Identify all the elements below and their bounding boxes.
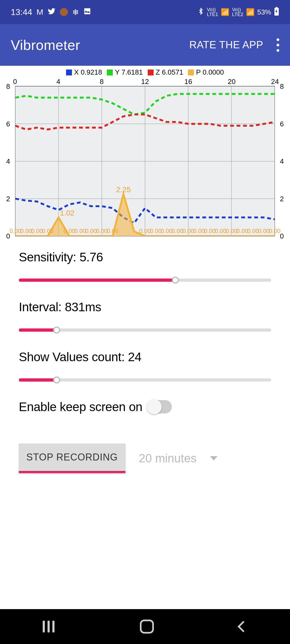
chart-plot-area[interactable]: 0022446688 2.251.020.000.000.000.000.000… <box>15 86 275 236</box>
legend-item-p: P 0.0000 <box>188 68 224 76</box>
recording-duration-dropdown[interactable]: 20 minutes <box>139 452 218 465</box>
battery-icon <box>274 7 279 17</box>
settings-panel: Sensitivity: 5.76 Interval: 831ms Show V… <box>0 236 290 473</box>
nav-back-button[interactable] <box>238 621 249 632</box>
nav-home-button[interactable] <box>140 620 154 634</box>
stop-recording-button[interactable]: STOP RECORDING <box>19 444 125 473</box>
sensitivity-slider[interactable] <box>19 276 271 284</box>
app-bar: Vibrometer RATE THE APP <box>0 24 290 66</box>
clock-text: 13:44 <box>11 7 32 17</box>
image-icon <box>83 7 91 17</box>
chart-x-ticks: 04812162024 <box>15 76 275 86</box>
keepscreen-toggle[interactable] <box>148 400 172 414</box>
battery-text: 53% <box>257 8 271 16</box>
app-title: Vibrometer <box>11 37 80 53</box>
recording-duration-value: 20 minutes <box>139 452 197 465</box>
svg-rect-2 <box>276 7 277 8</box>
bluetooth-icon <box>197 7 204 17</box>
sim1-signal: Vo))LTE1 <box>207 7 218 17</box>
snow-icon: ❄ <box>72 8 79 17</box>
interval-label: Interval: 831ms <box>19 300 271 314</box>
signal-bars-2-icon: 📶 <box>246 8 255 16</box>
chevron-down-icon <box>210 456 218 460</box>
valuescount-slider[interactable] <box>19 376 271 384</box>
status-left: 13:44 M ❄ <box>11 7 91 17</box>
status-right: Vo))LTE1 📶 Vo))LTE2 📶 53% <box>197 7 279 17</box>
android-nav-bar <box>0 609 290 644</box>
rate-app-button[interactable]: RATE THE APP <box>189 39 263 51</box>
legend-item-z: Z 6.0571 <box>148 68 183 76</box>
twitter-icon <box>48 7 56 17</box>
sim2-signal: Vo))LTE2 <box>232 7 243 17</box>
gmail-icon: M <box>37 8 43 17</box>
app-notif-icon <box>60 8 68 16</box>
valuescount-label: Show Values count: 24 <box>19 350 271 364</box>
chart-container: X 0.9218Y 7.6181Z 6.0571P 0.0000 0481216… <box>0 66 290 236</box>
interval-slider[interactable] <box>19 326 271 334</box>
legend-item-y: Y 7.6181 <box>107 68 143 76</box>
svg-rect-0 <box>84 8 90 14</box>
android-status-bar: 13:44 M ❄ Vo))LTE1 📶 Vo))LTE2 📶 53% <box>0 0 290 24</box>
keepscreen-label: Enable keep screen on <box>19 400 142 414</box>
nav-recent-button[interactable] <box>43 621 55 632</box>
signal-bars-1-icon: 📶 <box>221 8 229 16</box>
sensitivity-label: Sensitivity: 5.76 <box>19 250 271 264</box>
chart-legend: X 0.9218Y 7.6181Z 6.0571P 0.0000 <box>4 66 286 76</box>
overflow-menu-icon[interactable] <box>277 38 279 52</box>
legend-item-x: X 0.9218 <box>66 68 102 76</box>
